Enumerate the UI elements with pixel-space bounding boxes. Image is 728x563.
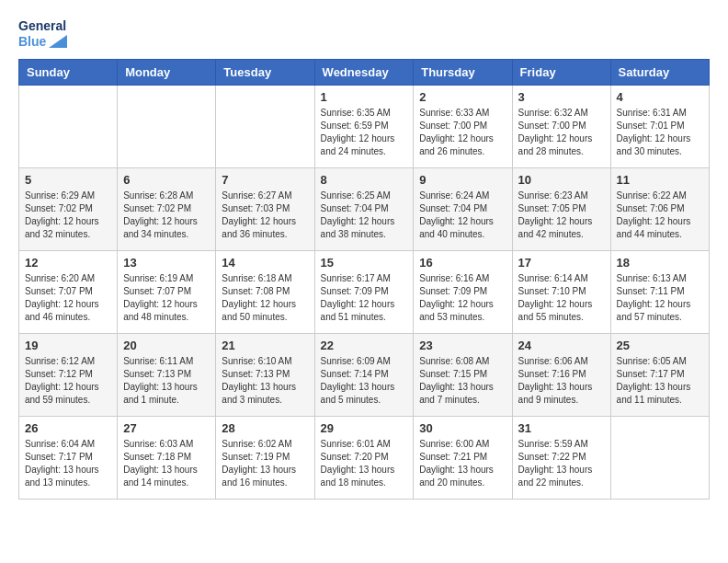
day-info: Sunrise: 6:22 AM Sunset: 7:06 PM Dayligh… xyxy=(617,190,703,241)
logo-triangle-icon xyxy=(49,35,67,48)
day-number: 26 xyxy=(25,421,111,435)
day-info: Sunrise: 5:59 AM Sunset: 7:22 PM Dayligh… xyxy=(518,438,605,489)
week-row-1: 1Sunrise: 6:35 AM Sunset: 6:59 PM Daylig… xyxy=(19,85,710,167)
day-info: Sunrise: 6:31 AM Sunset: 7:01 PM Dayligh… xyxy=(617,107,703,158)
day-info: Sunrise: 6:00 AM Sunset: 7:21 PM Dayligh… xyxy=(419,438,506,489)
day-number: 23 xyxy=(419,339,506,352)
day-cell: 21Sunrise: 6:10 AM Sunset: 7:13 PM Dayli… xyxy=(216,333,314,416)
day-number: 5 xyxy=(25,173,111,187)
day-info: Sunrise: 6:10 AM Sunset: 7:13 PM Dayligh… xyxy=(222,355,308,407)
day-info: Sunrise: 6:11 AM Sunset: 7:13 PM Dayligh… xyxy=(123,355,210,407)
day-cell: 1Sunrise: 6:35 AM Sunset: 6:59 PM Daylig… xyxy=(314,85,414,167)
day-cell: 20Sunrise: 6:11 AM Sunset: 7:13 PM Dayli… xyxy=(118,333,216,416)
day-info: Sunrise: 6:02 AM Sunset: 7:19 PM Dayligh… xyxy=(222,438,308,489)
day-cell: 19Sunrise: 6:12 AM Sunset: 7:12 PM Dayli… xyxy=(19,333,118,416)
day-cell: 25Sunrise: 6:05 AM Sunset: 7:17 PM Dayli… xyxy=(610,333,709,416)
day-info: Sunrise: 6:01 AM Sunset: 7:20 PM Dayligh… xyxy=(321,438,408,489)
day-info: Sunrise: 6:35 AM Sunset: 6:59 PM Dayligh… xyxy=(321,107,408,158)
day-header-monday: Monday xyxy=(118,59,216,85)
day-number: 27 xyxy=(123,421,210,435)
day-cell: 12Sunrise: 6:20 AM Sunset: 7:07 PM Dayli… xyxy=(19,250,118,333)
day-cell: 22Sunrise: 6:09 AM Sunset: 7:14 PM Dayli… xyxy=(314,333,414,416)
day-header-friday: Friday xyxy=(512,59,610,85)
day-info: Sunrise: 6:33 AM Sunset: 7:00 PM Dayligh… xyxy=(419,107,506,158)
day-number: 2 xyxy=(419,90,506,104)
day-cell: 10Sunrise: 6:23 AM Sunset: 7:05 PM Dayli… xyxy=(512,167,610,250)
day-cell: 5Sunrise: 6:29 AM Sunset: 7:02 PM Daylig… xyxy=(19,167,118,250)
day-cell: 7Sunrise: 6:27 AM Sunset: 7:03 PM Daylig… xyxy=(216,167,314,250)
day-header-row: SundayMondayTuesdayWednesdayThursdayFrid… xyxy=(19,59,710,85)
day-number: 3 xyxy=(518,90,605,104)
day-number: 6 xyxy=(123,173,210,187)
day-info: Sunrise: 6:12 AM Sunset: 7:12 PM Dayligh… xyxy=(25,355,111,407)
day-cell xyxy=(19,85,118,167)
day-cell: 15Sunrise: 6:17 AM Sunset: 7:09 PM Dayli… xyxy=(314,250,414,333)
day-cell: 14Sunrise: 6:18 AM Sunset: 7:08 PM Dayli… xyxy=(216,250,314,333)
day-cell: 27Sunrise: 6:03 AM Sunset: 7:18 PM Dayli… xyxy=(118,416,216,499)
day-info: Sunrise: 6:28 AM Sunset: 7:02 PM Dayligh… xyxy=(123,190,210,241)
day-number: 20 xyxy=(123,339,210,352)
day-cell: 26Sunrise: 6:04 AM Sunset: 7:17 PM Dayli… xyxy=(19,416,118,499)
day-info: Sunrise: 6:25 AM Sunset: 7:04 PM Dayligh… xyxy=(321,190,408,241)
day-number: 15 xyxy=(321,256,408,270)
day-info: Sunrise: 6:29 AM Sunset: 7:02 PM Dayligh… xyxy=(25,190,111,241)
day-cell: 30Sunrise: 6:00 AM Sunset: 7:21 PM Dayli… xyxy=(414,416,512,499)
day-number: 16 xyxy=(419,256,506,270)
day-number: 7 xyxy=(222,173,308,187)
day-cell xyxy=(118,85,216,167)
day-header-tuesday: Tuesday xyxy=(216,59,314,85)
day-cell: 24Sunrise: 6:06 AM Sunset: 7:16 PM Dayli… xyxy=(512,333,610,416)
calendar-table: SundayMondayTuesdayWednesdayThursdayFrid… xyxy=(18,59,710,500)
day-info: Sunrise: 6:20 AM Sunset: 7:07 PM Dayligh… xyxy=(25,272,111,324)
day-number: 12 xyxy=(25,256,111,270)
day-cell xyxy=(610,416,709,499)
day-info: Sunrise: 6:27 AM Sunset: 7:03 PM Dayligh… xyxy=(222,190,308,241)
day-number: 21 xyxy=(222,339,308,352)
logo-text: General Blue xyxy=(18,18,67,50)
day-info: Sunrise: 6:18 AM Sunset: 7:08 PM Dayligh… xyxy=(222,272,308,324)
day-number: 22 xyxy=(321,339,408,352)
day-cell: 3Sunrise: 6:32 AM Sunset: 7:00 PM Daylig… xyxy=(512,85,610,167)
day-number: 19 xyxy=(25,339,111,352)
day-number: 10 xyxy=(518,173,605,187)
day-cell: 23Sunrise: 6:08 AM Sunset: 7:15 PM Dayli… xyxy=(414,333,512,416)
day-info: Sunrise: 6:17 AM Sunset: 7:09 PM Dayligh… xyxy=(321,272,408,324)
day-number: 1 xyxy=(321,90,408,104)
week-row-3: 12Sunrise: 6:20 AM Sunset: 7:07 PM Dayli… xyxy=(19,250,710,333)
day-cell: 16Sunrise: 6:16 AM Sunset: 7:09 PM Dayli… xyxy=(414,250,512,333)
day-cell: 28Sunrise: 6:02 AM Sunset: 7:19 PM Dayli… xyxy=(216,416,314,499)
day-header-thursday: Thursday xyxy=(414,59,512,85)
day-info: Sunrise: 6:24 AM Sunset: 7:04 PM Dayligh… xyxy=(419,190,506,241)
day-number: 11 xyxy=(617,173,703,187)
day-cell: 29Sunrise: 6:01 AM Sunset: 7:20 PM Dayli… xyxy=(314,416,414,499)
day-info: Sunrise: 6:13 AM Sunset: 7:11 PM Dayligh… xyxy=(617,272,703,324)
day-number: 8 xyxy=(321,173,408,187)
day-cell: 11Sunrise: 6:22 AM Sunset: 7:06 PM Dayli… xyxy=(610,167,709,250)
day-number: 31 xyxy=(518,421,605,435)
day-number: 17 xyxy=(518,256,605,270)
day-number: 29 xyxy=(321,421,408,435)
week-row-2: 5Sunrise: 6:29 AM Sunset: 7:02 PM Daylig… xyxy=(19,167,710,250)
day-number: 4 xyxy=(617,90,703,104)
day-info: Sunrise: 6:14 AM Sunset: 7:10 PM Dayligh… xyxy=(518,272,605,324)
day-info: Sunrise: 6:32 AM Sunset: 7:00 PM Dayligh… xyxy=(518,107,605,158)
day-cell: 2Sunrise: 6:33 AM Sunset: 7:00 PM Daylig… xyxy=(414,85,512,167)
day-info: Sunrise: 6:05 AM Sunset: 7:17 PM Dayligh… xyxy=(617,355,703,407)
day-header-wednesday: Wednesday xyxy=(314,59,414,85)
day-info: Sunrise: 6:06 AM Sunset: 7:16 PM Dayligh… xyxy=(518,355,605,407)
day-number: 25 xyxy=(617,339,703,352)
day-info: Sunrise: 6:03 AM Sunset: 7:18 PM Dayligh… xyxy=(123,438,210,489)
day-cell: 18Sunrise: 6:13 AM Sunset: 7:11 PM Dayli… xyxy=(610,250,709,333)
week-row-4: 19Sunrise: 6:12 AM Sunset: 7:12 PM Dayli… xyxy=(19,333,710,416)
day-cell: 31Sunrise: 5:59 AM Sunset: 7:22 PM Dayli… xyxy=(512,416,610,499)
day-cell: 9Sunrise: 6:24 AM Sunset: 7:04 PM Daylig… xyxy=(414,167,512,250)
day-info: Sunrise: 6:16 AM Sunset: 7:09 PM Dayligh… xyxy=(419,272,506,324)
day-number: 30 xyxy=(419,421,506,435)
day-number: 24 xyxy=(518,339,605,352)
day-header-saturday: Saturday xyxy=(610,59,709,85)
day-info: Sunrise: 6:04 AM Sunset: 7:17 PM Dayligh… xyxy=(25,438,111,489)
day-header-sunday: Sunday xyxy=(19,59,118,85)
week-row-5: 26Sunrise: 6:04 AM Sunset: 7:17 PM Dayli… xyxy=(19,416,710,499)
day-cell: 17Sunrise: 6:14 AM Sunset: 7:10 PM Dayli… xyxy=(512,250,610,333)
day-info: Sunrise: 6:19 AM Sunset: 7:07 PM Dayligh… xyxy=(123,272,210,324)
